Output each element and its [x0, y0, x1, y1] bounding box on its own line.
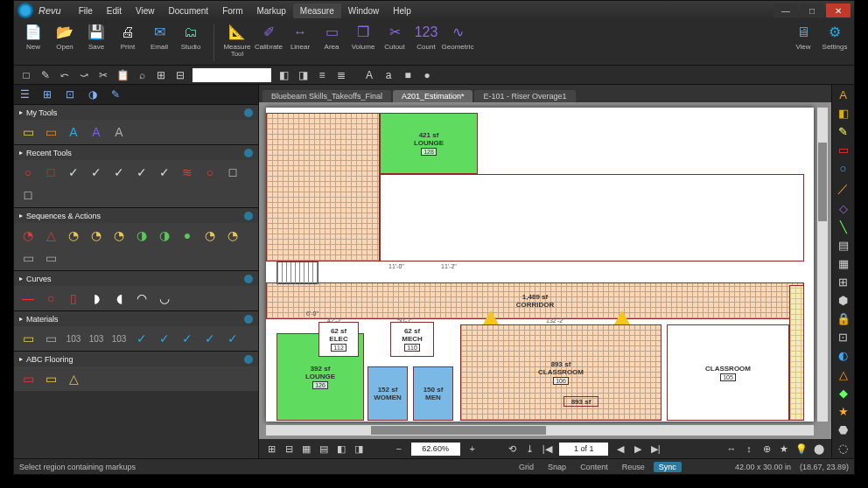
- tool-icon[interactable]: ✓: [201, 330, 219, 347]
- right-tool-icon[interactable]: ╲: [836, 220, 851, 234]
- tool-icon[interactable]: □: [19, 186, 37, 204]
- room-mech[interactable]: 62 sfMECH110: [390, 322, 434, 357]
- zoom-level[interactable]: 62.60%: [411, 443, 460, 456]
- tool-icon[interactable]: ○: [19, 164, 37, 181]
- tool-icon[interactable]: A: [65, 123, 82, 141]
- qat-extra-icon[interactable]: A: [362, 68, 376, 82]
- ribbon-calibrate-button[interactable]: ✐Calibrate: [255, 23, 283, 63]
- nav-page-icon[interactable]: |◀: [540, 442, 554, 456]
- room-class1[interactable]: 893 sfCLASSROOM106: [460, 324, 662, 421]
- room-elec[interactable]: 62 sfELEC112: [318, 322, 359, 357]
- panel-settings-icon[interactable]: [244, 108, 253, 117]
- tool-icon[interactable]: ▭: [42, 370, 60, 387]
- right-tool-icon[interactable]: ○: [836, 162, 851, 175]
- right-tool-icon[interactable]: ⊞: [836, 275, 851, 289]
- vertical-scroll-thumb[interactable]: [818, 143, 827, 221]
- room-corridor_top[interactable]: [266, 113, 380, 261]
- menu-view[interactable]: View: [129, 3, 162, 18]
- tool-icon[interactable]: △: [42, 227, 60, 244]
- nav-view-icon[interactable]: ◧: [334, 442, 348, 456]
- document-tab[interactable]: Bluebeam Skills_Takeoffs_Final: [262, 90, 391, 102]
- right-tool-icon[interactable]: ◇: [836, 202, 851, 215]
- menu-help[interactable]: Help: [386, 3, 418, 18]
- tool-icon[interactable]: ▭: [19, 330, 37, 347]
- room-corridor_mid[interactable]: 1,489 sfCORRIDOR: [266, 282, 804, 319]
- ribbon-new-button[interactable]: 📄New: [19, 23, 47, 63]
- ribbon-count-button[interactable]: 123Count: [412, 23, 440, 63]
- panel-header-materials[interactable]: ▸Materials: [14, 310, 258, 326]
- ribbon-volume-button[interactable]: ❒Volume: [349, 23, 377, 63]
- font-selector[interactable]: [192, 68, 271, 82]
- nav-option-icon[interactable]: ↔: [724, 442, 738, 456]
- tool-icon[interactable]: ◔: [65, 227, 82, 244]
- panel-settings-icon[interactable]: [244, 315, 253, 324]
- tool-icon[interactable]: ≋: [178, 164, 196, 181]
- nav-option-icon[interactable]: ⬤: [812, 442, 826, 456]
- nav-view-icon[interactable]: ⊞: [264, 442, 278, 456]
- nav-view-icon[interactable]: ▦: [299, 442, 313, 456]
- right-tool-icon[interactable]: ◆: [836, 387, 851, 400]
- ribbon-print-button[interactable]: 🖨Print: [114, 23, 142, 63]
- ribbon-open-button[interactable]: 📂Open: [51, 23, 79, 63]
- menu-file[interactable]: File: [72, 3, 100, 18]
- right-tool-icon[interactable]: ◌: [836, 442, 851, 455]
- menu-edit[interactable]: Edit: [100, 3, 129, 18]
- menu-markup[interactable]: Markup: [249, 3, 292, 18]
- menu-window[interactable]: Window: [341, 3, 387, 18]
- menu-form[interactable]: Form: [215, 3, 249, 18]
- document-tab[interactable]: E-101 - Riser Overage1: [474, 90, 575, 102]
- qat-align-icon[interactable]: ≡: [315, 68, 329, 82]
- window-close-button[interactable]: ✕: [826, 3, 850, 17]
- qat-icon[interactable]: 📋: [116, 68, 130, 82]
- right-tool-icon[interactable]: ✎: [836, 125, 851, 138]
- tool-icon[interactable]: ○: [201, 164, 219, 181]
- ribbon-measure-tool-button[interactable]: 📐Measure Tool: [223, 23, 251, 63]
- nav-page-icon[interactable]: ⤓: [522, 442, 536, 456]
- zoom-out-button[interactable]: −: [392, 442, 406, 456]
- room-class1_tag[interactable]: 893 sf: [564, 396, 598, 407]
- qat-icon[interactable]: ⌕: [135, 68, 149, 82]
- tool-icon[interactable]: 103: [88, 330, 105, 347]
- left-tab-icon[interactable]: ⊞: [40, 87, 54, 101]
- tool-icon[interactable]: ✓: [133, 164, 150, 181]
- window-restore-button[interactable]: □: [800, 3, 824, 17]
- right-tool-icon[interactable]: ⬢: [836, 294, 851, 307]
- tool-icon[interactable]: ◔: [110, 227, 128, 244]
- qat-extra-icon[interactable]: a: [382, 68, 396, 82]
- tool-icon[interactable]: ✓: [156, 330, 173, 347]
- tool-icon[interactable]: ◠: [133, 289, 150, 307]
- tool-icon[interactable]: ◔: [224, 227, 242, 244]
- qat-align-icon[interactable]: ◨: [296, 68, 310, 82]
- tool-icon[interactable]: ▭: [19, 370, 37, 387]
- qat-align-icon[interactable]: ≣: [334, 68, 348, 82]
- tool-icon[interactable]: ●: [178, 227, 196, 244]
- room-women[interactable]: 152 sfWOMEN: [368, 366, 408, 421]
- right-tool-icon[interactable]: ⬣: [836, 423, 851, 436]
- canvas[interactable]: 421 sfLOUNGE1281,489 sfCORRIDOR392 sfLOU…: [259, 102, 831, 439]
- tool-icon[interactable]: ◔: [88, 227, 105, 244]
- ribbon-view-button[interactable]: 🖥View: [789, 23, 817, 63]
- tool-icon[interactable]: △: [65, 370, 82, 387]
- right-tool-icon[interactable]: 🔒: [836, 312, 851, 325]
- ribbon-linear-button[interactable]: ↔Linear: [286, 23, 314, 63]
- left-tab-icon[interactable]: ⊡: [63, 87, 77, 101]
- left-tab-icon[interactable]: ✎: [108, 87, 122, 101]
- qat-icon[interactable]: ✎: [38, 68, 52, 82]
- panel-settings-icon[interactable]: [244, 275, 253, 283]
- nav-view-icon[interactable]: ◨: [352, 442, 366, 456]
- panel-header-abc-flooring[interactable]: ▸ABC Flooring: [14, 351, 258, 366]
- menu-measure[interactable]: Measure: [293, 3, 341, 18]
- tool-icon[interactable]: ✓: [110, 164, 128, 181]
- nav-option-icon[interactable]: ⊕: [760, 442, 774, 456]
- tool-icon[interactable]: ▭: [42, 330, 60, 347]
- ribbon-settings-button[interactable]: ⚙Settings: [821, 23, 849, 63]
- room-strip_r[interactable]: [789, 285, 804, 421]
- nav-page-icon[interactable]: ◀: [613, 442, 627, 456]
- panel-header-my-tools[interactable]: ▸My Tools: [14, 104, 258, 120]
- left-tab-icon[interactable]: ◑: [86, 87, 100, 101]
- room-men[interactable]: 150 sfMEN: [413, 366, 453, 421]
- right-tool-icon[interactable]: ⊡: [836, 331, 851, 344]
- tool-icon[interactable]: ✓: [133, 330, 150, 347]
- nav-view-icon[interactable]: ⊟: [282, 442, 296, 456]
- tool-icon[interactable]: ✓: [156, 164, 173, 181]
